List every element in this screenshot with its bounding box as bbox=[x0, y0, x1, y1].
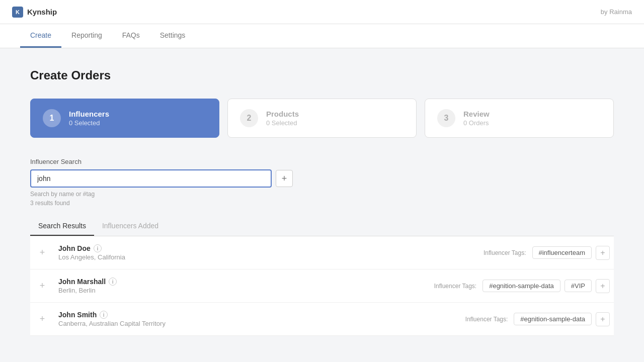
result-2-info: John Marshall i Berlin, Berlin bbox=[58, 278, 434, 294]
tag-2-1: #VIP bbox=[565, 280, 592, 292]
search-input[interactable] bbox=[30, 169, 272, 188]
result-item: + John Marshall i Berlin, Berlin Influen… bbox=[30, 269, 614, 303]
tag-2-0: #egnition-sample-data bbox=[482, 280, 560, 292]
step-1-number: 1 bbox=[43, 109, 61, 127]
search-results-count: 3 results found bbox=[30, 200, 614, 207]
step-1-info: Influencers 0 Selected bbox=[69, 110, 109, 127]
tags-label-1: Influencer Tags: bbox=[484, 249, 526, 256]
result-2-name: John Marshall i bbox=[58, 278, 434, 286]
step-3-info: Review 0 Orders bbox=[463, 110, 490, 127]
tags-label-2: Influencer Tags: bbox=[434, 283, 477, 290]
main-content: Create Orders 1 Influencers 0 Selected 2… bbox=[0, 48, 644, 356]
add-influencer-2-button[interactable]: + bbox=[34, 278, 50, 294]
result-item: + John Doe i Los Angeles, California Inf… bbox=[30, 236, 614, 269]
tab-search-results[interactable]: Search Results bbox=[30, 217, 94, 236]
step-1-subtitle: 0 Selected bbox=[69, 119, 109, 127]
step-2-title: Products bbox=[266, 110, 299, 118]
step-2-subtitle: 0 Selected bbox=[266, 119, 299, 127]
nav-faqs[interactable]: FAQs bbox=[112, 24, 150, 48]
add-influencer-3-button[interactable]: + bbox=[34, 311, 50, 327]
tag-1-0: #influencerteam bbox=[532, 246, 592, 259]
logo-icon: K bbox=[12, 7, 23, 18]
step-2-info: Products 0 Selected bbox=[266, 110, 299, 127]
tag-3-0: #egnition-sample-data bbox=[514, 313, 592, 325]
result-3-info: John Smith i Canberra, Australian Capita… bbox=[58, 311, 465, 327]
result-2-location: Berlin, Berlin bbox=[58, 287, 434, 294]
result-3-name: John Smith i bbox=[58, 311, 465, 319]
step-influencers[interactable]: 1 Influencers 0 Selected bbox=[30, 99, 219, 138]
result-3-location: Canberra, Australian Capital Territory bbox=[58, 320, 465, 327]
result-3-tags: Influencer Tags: #egnition-sample-data + bbox=[465, 312, 610, 326]
main-nav: Create Reporting FAQs Settings bbox=[0, 24, 644, 48]
add-tag-3-button[interactable]: + bbox=[596, 312, 610, 326]
page-title: Create Orders bbox=[30, 68, 614, 82]
result-item: + John Smith i Canberra, Australian Capi… bbox=[30, 303, 614, 336]
result-1-tags: Influencer Tags: #influencerteam + bbox=[484, 246, 610, 260]
step-products[interactable]: 2 Products 0 Selected bbox=[227, 99, 417, 138]
results-list: + John Doe i Los Angeles, California Inf… bbox=[30, 236, 614, 336]
search-label: Influencer Search bbox=[30, 158, 614, 165]
result-1-info: John Doe i Los Angeles, California bbox=[58, 244, 484, 261]
step-3-title: Review bbox=[463, 110, 490, 118]
results-tabs: Search Results Influencers Added bbox=[30, 217, 614, 236]
search-hint: Search by name or #tag bbox=[30, 191, 614, 198]
header-byline: by Rainma bbox=[601, 8, 632, 16]
step-1-title: Influencers bbox=[69, 110, 109, 118]
add-tag-2-button[interactable]: + bbox=[596, 279, 610, 293]
result-1-location: Los Angeles, California bbox=[58, 253, 484, 261]
step-review[interactable]: 3 Review 0 Orders bbox=[425, 99, 614, 138]
add-tag-1-button[interactable]: + bbox=[596, 246, 610, 260]
tags-label-3: Influencer Tags: bbox=[465, 316, 508, 323]
tab-influencers-added[interactable]: Influencers Added bbox=[94, 217, 167, 236]
info-icon-3[interactable]: i bbox=[100, 311, 108, 319]
search-add-button[interactable]: + bbox=[276, 170, 293, 187]
app-name: Kynship bbox=[27, 8, 57, 16]
result-2-tags: Influencer Tags: #egnition-sample-data #… bbox=[434, 279, 610, 293]
step-2-number: 2 bbox=[240, 109, 258, 127]
steps-container: 1 Influencers 0 Selected 2 Products 0 Se… bbox=[30, 99, 614, 138]
nav-reporting[interactable]: Reporting bbox=[61, 24, 112, 48]
info-icon-1[interactable]: i bbox=[94, 244, 102, 252]
header: K Kynship by Rainma bbox=[0, 0, 644, 24]
nav-create[interactable]: Create bbox=[20, 24, 61, 48]
search-row: + bbox=[30, 169, 614, 188]
search-section: Influencer Search + Search by name or #t… bbox=[30, 158, 614, 207]
nav-settings[interactable]: Settings bbox=[150, 24, 196, 48]
result-1-name: John Doe i bbox=[58, 244, 484, 252]
step-3-number: 3 bbox=[437, 109, 455, 127]
add-influencer-1-button[interactable]: + bbox=[34, 245, 50, 261]
step-3-subtitle: 0 Orders bbox=[463, 119, 490, 127]
info-icon-2[interactable]: i bbox=[109, 278, 117, 286]
logo: K Kynship bbox=[12, 7, 57, 18]
